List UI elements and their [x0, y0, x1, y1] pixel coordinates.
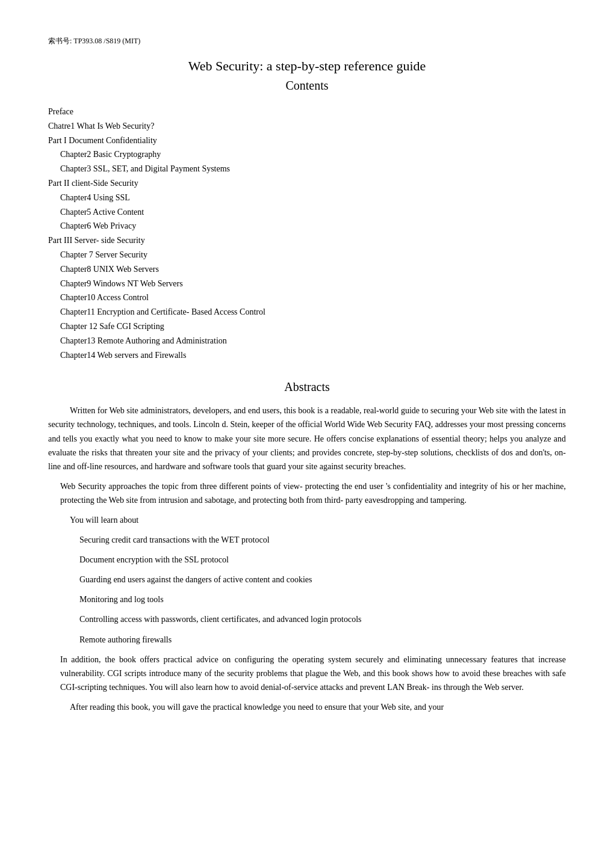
abstract-paragraph: In addition, the book offers practical a… [60, 653, 566, 694]
toc-item: Chapter3 SSL, SET, and Digital Payment S… [60, 162, 566, 176]
toc-item: Chapter6 Web Privacy [60, 219, 566, 233]
toc-item: Chapter10 Access Control [60, 291, 566, 305]
abstract-body: Written for Web site administrators, dev… [48, 404, 566, 714]
toc-item: Chapter 12 Safe CGI Scripting [60, 319, 566, 334]
toc-item: Chapter13 Remote Authoring and Administr… [60, 334, 566, 348]
contents-heading: Contents [48, 79, 566, 93]
catalog-number: 索书号: TP393.08 /S819 (MIT) [48, 36, 566, 46]
toc-item: Chapter 7 Server Security [60, 248, 566, 262]
abstract-paragraph: Securing credit card transactions with t… [79, 533, 566, 547]
abstract-paragraph: Controlling access with passwords, clien… [79, 612, 566, 626]
abstracts-heading: Abstracts [48, 380, 566, 394]
toc-item: Part III Server- side Security [48, 233, 566, 248]
toc-item: Preface [48, 105, 566, 119]
toc-item: Chapter11 Encryption and Certificate- Ba… [60, 305, 566, 319]
abstract-paragraph: You will learn about [70, 513, 566, 527]
table-of-contents: PrefaceChatre1 What Is Web Security?Part… [48, 105, 566, 362]
abstract-paragraph: Remote authoring firewalls [79, 633, 566, 647]
toc-item: Chapter2 Basic Cryptography [60, 147, 566, 162]
toc-item: Chapter4 Using SSL [60, 191, 566, 205]
toc-item: Chapter8 UNIX Web Servers [60, 262, 566, 277]
page: 索书号: TP393.08 /S819 (MIT) Web Security: … [0, 0, 614, 756]
toc-item: Chapter9 Windows NT Web Servers [60, 277, 566, 291]
toc-item: Chatre1 What Is Web Security? [48, 119, 566, 134]
abstract-paragraph: Monitoring and log tools [79, 593, 566, 606]
toc-item: Part I Document Confidentiality [48, 134, 566, 148]
abstract-paragraph: Document encryption with the SSL protoco… [79, 553, 566, 567]
toc-item: Part II client-Side Security [48, 176, 566, 191]
book-title: Web Security: a step-by-step reference g… [48, 58, 566, 74]
abstract-paragraph: After reading this book, you will gave t… [48, 700, 566, 714]
abstract-paragraph: Web Security approaches the topic from t… [60, 479, 566, 507]
toc-item: Chapter14 Web servers and Firewalls [60, 348, 566, 363]
abstract-paragraph: Written for Web site administrators, dev… [48, 404, 566, 473]
abstract-paragraph: Guarding end users against the dangers o… [79, 573, 566, 586]
toc-item: Chapter5 Active Content [60, 205, 566, 220]
